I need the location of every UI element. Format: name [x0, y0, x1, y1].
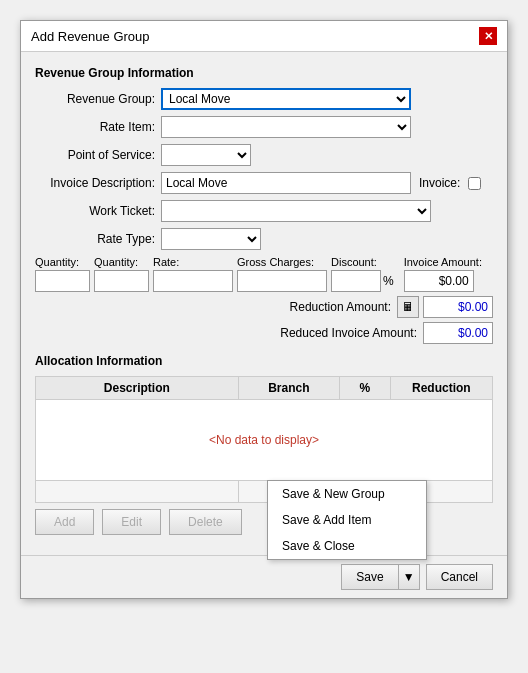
close-button[interactable]: ✕	[479, 27, 497, 45]
invoice-label: Invoice:	[419, 176, 460, 190]
point-of-service-row: Point of Service:	[35, 144, 493, 166]
save-add-item-item[interactable]: Save & Add Item	[268, 507, 426, 533]
col-branch: Branch	[239, 377, 340, 399]
quantity2-label: Quantity:	[94, 256, 149, 268]
revenue-group-section-title: Revenue Group Information	[35, 66, 493, 80]
quantity1-label: Quantity:	[35, 256, 90, 268]
discount-col: Discount: %	[331, 256, 400, 292]
revenue-group-row: Revenue Group: Local Move	[35, 88, 493, 110]
point-of-service-select[interactable]	[161, 144, 251, 166]
rate-label: Rate:	[153, 256, 233, 268]
revenue-group-label: Revenue Group:	[35, 92, 155, 106]
dialog-body: Revenue Group Information Revenue Group:…	[21, 52, 507, 555]
rate-col: Rate:	[153, 256, 233, 292]
reduced-invoice-label: Reduced Invoice Amount:	[280, 326, 417, 340]
dialog-footer: Save & New Group Save & Add Item Save & …	[21, 555, 507, 598]
calculator-icon[interactable]: 🖩	[397, 296, 419, 318]
save-new-group-item[interactable]: Save & New Group	[268, 481, 426, 507]
allocation-section-title: Allocation Information	[35, 354, 493, 368]
invoice-description-label: Invoice Description:	[35, 176, 155, 190]
invoice-description-input[interactable]	[161, 172, 411, 194]
save-close-item[interactable]: Save & Close	[268, 533, 426, 559]
invoice-checkbox[interactable]	[468, 177, 481, 190]
invoice-amount-input[interactable]	[404, 270, 474, 292]
percent-sign: %	[383, 274, 394, 288]
edit-button[interactable]: Edit	[102, 509, 161, 535]
quantity1-input[interactable]	[35, 270, 90, 292]
dropdown-arrow-icon: ▼	[403, 570, 415, 584]
save-button[interactable]: Save	[341, 564, 397, 590]
work-ticket-label: Work Ticket:	[35, 204, 155, 218]
rate-item-row: Rate Item:	[35, 116, 493, 138]
col-percent: %	[340, 377, 391, 399]
reduction-amount-row: Reduction Amount: 🖩	[35, 296, 493, 318]
reduction-amount-label: Reduction Amount:	[290, 300, 391, 314]
col-description: Description	[36, 377, 239, 399]
quantity2-col: Quantity:	[94, 256, 149, 292]
rate-type-label: Rate Type:	[35, 232, 155, 246]
allocation-header: Description Branch % Reduction	[36, 377, 492, 400]
rate-input[interactable]	[153, 270, 233, 292]
allocation-body: <No data to display>	[36, 400, 492, 480]
save-dropdown-button[interactable]: ▼	[398, 564, 420, 590]
gross-charges-col: Gross Charges:	[237, 256, 327, 292]
gross-charges-label: Gross Charges:	[237, 256, 327, 268]
discount-label: Discount:	[331, 256, 400, 268]
point-of-service-label: Point of Service:	[35, 148, 155, 162]
gross-charges-input[interactable]	[237, 270, 327, 292]
rate-type-row: Rate Type:	[35, 228, 493, 250]
dialog-titlebar: Add Revenue Group ✕	[21, 21, 507, 52]
work-ticket-row: Work Ticket:	[35, 200, 493, 222]
rate-type-select[interactable]	[161, 228, 261, 250]
save-dropdown-menu: Save & New Group Save & Add Item Save & …	[267, 480, 427, 560]
add-revenue-group-dialog: Add Revenue Group ✕ Revenue Group Inform…	[20, 20, 508, 599]
invoice-amount-col: Invoice Amount:	[404, 256, 482, 292]
invoice-amount-label: Invoice Amount:	[404, 256, 482, 268]
reduced-invoice-row: Reduced Invoice Amount:	[35, 322, 493, 344]
dialog-title: Add Revenue Group	[31, 29, 150, 44]
footer-cell-1	[36, 481, 239, 502]
cancel-button[interactable]: Cancel	[426, 564, 493, 590]
invoice-description-row: Invoice Description: Invoice:	[35, 172, 493, 194]
add-button[interactable]: Add	[35, 509, 94, 535]
reduced-invoice-input	[423, 322, 493, 344]
save-button-group: Save ▼	[341, 564, 419, 590]
discount-input[interactable]	[331, 270, 381, 292]
quantity2-input[interactable]	[94, 270, 149, 292]
reduction-amount-input	[423, 296, 493, 318]
work-ticket-select[interactable]	[161, 200, 431, 222]
delete-button[interactable]: Delete	[169, 509, 242, 535]
rate-item-select[interactable]	[161, 116, 411, 138]
quantity1-col: Quantity:	[35, 256, 90, 292]
qty-rate-row: Quantity: Quantity: Rate: Gross Charges:…	[35, 256, 493, 292]
no-data-text: <No data to display>	[209, 433, 319, 447]
revenue-group-select[interactable]: Local Move	[161, 88, 411, 110]
col-reduction: Reduction	[391, 377, 492, 399]
rate-item-label: Rate Item:	[35, 120, 155, 134]
